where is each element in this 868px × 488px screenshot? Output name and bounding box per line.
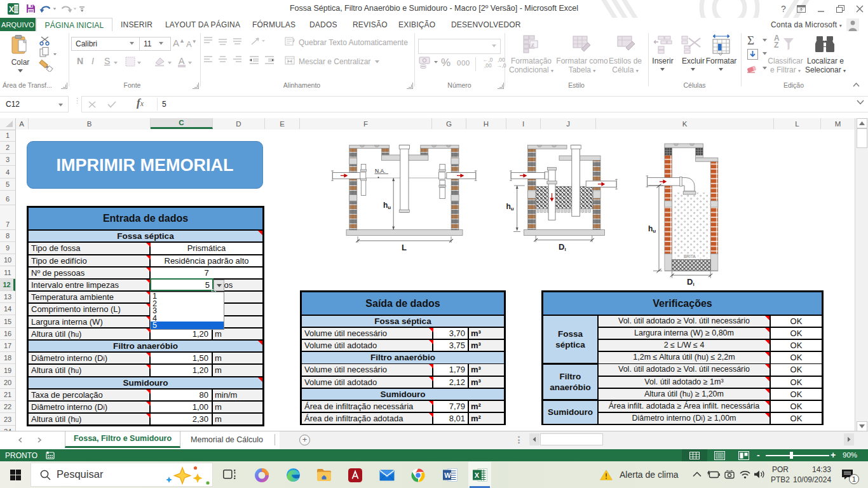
svg-text:hu: hu xyxy=(648,224,656,234)
svg-text:W: W xyxy=(444,471,451,479)
svg-text:Di: Di xyxy=(559,242,566,252)
svg-text:BRITA: BRITA xyxy=(684,254,696,259)
svg-text:hu: hu xyxy=(383,201,391,210)
svg-text:Di: Di xyxy=(687,277,695,287)
svg-text:≠: ≠ xyxy=(531,42,534,48)
svg-text:N.A.: N.A. xyxy=(375,168,386,174)
svg-text:L: L xyxy=(402,243,407,252)
svg-text:hu: hu xyxy=(506,202,514,212)
svg-text:X: X xyxy=(475,471,480,479)
